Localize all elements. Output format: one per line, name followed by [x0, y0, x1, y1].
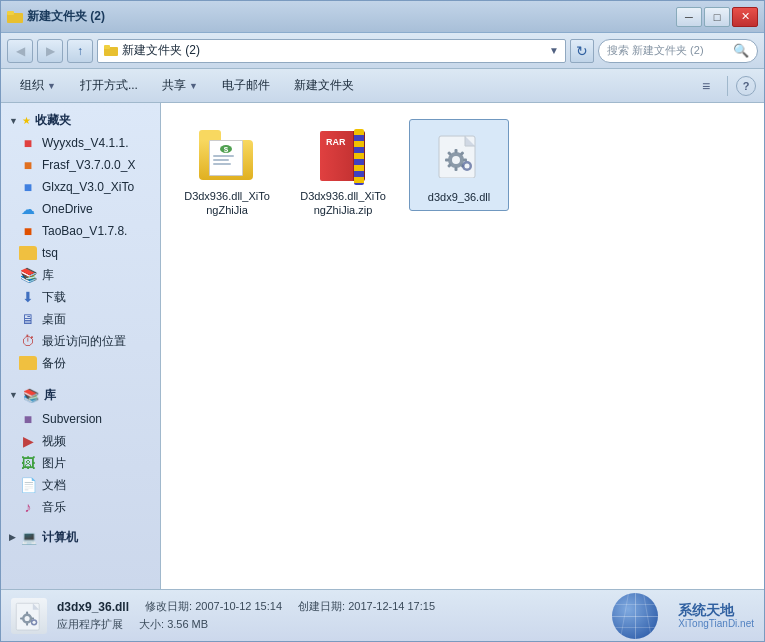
computer-triangle: ▶ [9, 532, 16, 542]
sidebar-item-glx[interactable]: ■ Glxzq_V3.0_XiTo [1, 176, 160, 198]
sidebar-item-tsq-label: tsq [42, 246, 58, 260]
sidebar-item-backup[interactable]: 备份 [1, 352, 160, 374]
refresh-button[interactable]: ↻ [570, 39, 594, 63]
sidebar-item-glx-label: Glxzq_V3.0_XiTo [42, 180, 134, 194]
library-icon: 📚 [22, 386, 40, 404]
favorites-label: 收藏夹 [35, 112, 71, 129]
forward-button[interactable]: ▶ [37, 39, 63, 63]
svg-point-9 [452, 156, 460, 164]
sidebar: ▼ ★ 收藏夹 ■ Wyyxds_V4.1.1. ■ Frasf_V3.7.0.… [1, 103, 161, 589]
sidebar-item-wyy[interactable]: ■ Wyyxds_V4.1.1. [1, 132, 160, 154]
watermark-line1: 系统天地 [678, 602, 754, 619]
sidebar-item-recent[interactable]: ⏱ 最近访问的位置 [1, 330, 160, 352]
title-bar-text: 新建文件夹 (2) [27, 8, 105, 25]
sidebar-item-doc[interactable]: 📄 文档 [1, 474, 160, 496]
svg-rect-24 [26, 611, 28, 614]
sidebar-item-ku[interactable]: 📚 库 [1, 264, 160, 286]
address-input-wrap[interactable]: 新建文件夹 (2) ▼ [97, 39, 566, 63]
file-name-folder: D3dx936.dll_XiTongZhiJia [183, 189, 271, 218]
sidebar-item-backup-label: 备份 [42, 355, 66, 372]
recent-icon: ⏱ [19, 332, 37, 350]
svg-rect-3 [104, 45, 110, 49]
back-button[interactable]: ◀ [7, 39, 33, 63]
email-button[interactable]: 电子邮件 [211, 73, 281, 99]
title-bar: 新建文件夹 (2) ─ □ ✕ [1, 1, 764, 33]
toolbar-right: ≡ ? [693, 75, 756, 97]
file-name-dll: d3dx9_36.dll [428, 190, 490, 204]
sidebar-item-download-label: 下载 [42, 289, 66, 306]
status-size: 大小: 3.56 MB [139, 617, 208, 632]
winrar-pipe-shape [354, 129, 364, 185]
file-item-folder[interactable]: $ D3dx936.dll_XiTongZhiJia [177, 119, 277, 224]
content-area: $ D3dx936.dll_XiTongZhiJia [161, 103, 764, 589]
sidebar-item-desktop[interactable]: 🖥 桌面 [1, 308, 160, 330]
address-bar: ◀ ▶ ↑ 新建文件夹 (2) ▼ ↻ 搜索 新建文件夹 (2) 🔍 [1, 33, 764, 69]
onedrive-icon: ☁ [19, 200, 37, 218]
backup-folder-icon [19, 356, 37, 370]
views-button[interactable]: ≡ [693, 75, 719, 97]
status-file-icon [11, 598, 47, 634]
file-item-dll[interactable]: d3dx9_36.dll [409, 119, 509, 211]
sidebar-item-download[interactable]: ⬇ 下载 [1, 286, 160, 308]
wyy-icon: ■ [19, 134, 37, 152]
sidebar-item-recent-label: 最近访问的位置 [42, 333, 126, 350]
sidebar-item-tsq[interactable]: tsq [1, 242, 160, 264]
minimize-button[interactable]: ─ [676, 7, 702, 27]
svg-rect-26 [20, 617, 23, 619]
sidebar-item-subversion-label: Subversion [42, 412, 102, 426]
computer-header[interactable]: ▶ 💻 计算机 [1, 524, 160, 550]
sidebar-item-frasf-label: Frasf_V3.7.0.0_X [42, 158, 135, 172]
gear-svg [437, 134, 481, 178]
sidebar-item-music[interactable]: ♪ 音乐 [1, 496, 160, 518]
file-item-zip[interactable]: RAR D3dx936.dll_XiTongZhiJia.zip [293, 119, 393, 224]
help-button[interactable]: ? [736, 76, 756, 96]
library-label: 库 [44, 387, 56, 404]
watermark-graphic [612, 593, 672, 639]
sidebar-item-video-label: 视频 [42, 433, 66, 450]
svg-rect-1 [7, 11, 14, 15]
library-header[interactable]: ▼ 📚 库 [1, 382, 160, 408]
status-info: d3dx9_36.dll 修改日期: 2007-10-12 15:14 创建日期… [57, 599, 435, 632]
share-button[interactable]: 共享 ▼ [151, 73, 209, 99]
sidebar-item-video[interactable]: ▶ 视频 [1, 430, 160, 452]
folder-address-icon [104, 45, 118, 57]
desktop-icon: 🖥 [19, 310, 37, 328]
library-triangle: ▼ [9, 390, 18, 400]
organize-button[interactable]: 组织 ▼ [9, 73, 67, 99]
download-icon: ⬇ [19, 288, 37, 306]
watermark-line2: XiTongTianDi.net [678, 618, 754, 629]
maximize-button[interactable]: □ [704, 7, 730, 27]
file-name-zip: D3dx936.dll_XiTongZhiJia.zip [299, 189, 387, 218]
dollar-sign: $ [220, 145, 232, 153]
sidebar-item-image[interactable]: 🖼 图片 [1, 452, 160, 474]
folder-with-doc-shape: $ [199, 130, 255, 180]
close-button[interactable]: ✕ [732, 7, 758, 27]
address-dropdown-arrow[interactable]: ▼ [549, 45, 559, 56]
status-modify: 修改日期: 2007-10-12 15:14 [145, 599, 282, 614]
status-filename: d3dx9_36.dll [57, 600, 129, 614]
sidebar-item-taobao[interactable]: ■ TaoBao_V1.7.8. [1, 220, 160, 242]
sidebar-item-frasf[interactable]: ■ Frasf_V3.7.0.0_X [1, 154, 160, 176]
svg-point-19 [465, 164, 470, 169]
watermark: 系统天地 XiTongTianDi.net [612, 593, 754, 639]
globe-shape [612, 593, 658, 639]
image-icon: 🖼 [19, 454, 37, 472]
ku-icon: 📚 [19, 266, 37, 284]
sidebar-item-onedrive[interactable]: ☁ OneDrive [1, 198, 160, 220]
search-wrap[interactable]: 搜索 新建文件夹 (2) 🔍 [598, 39, 758, 63]
organize-arrow: ▼ [47, 81, 56, 91]
sidebar-item-ku-label: 库 [42, 267, 54, 284]
favorites-triangle: ▼ [9, 116, 18, 126]
new-folder-button[interactable]: 新建文件夹 [283, 73, 365, 99]
up-button[interactable]: ↑ [67, 39, 93, 63]
svg-point-23 [25, 616, 30, 621]
title-bar-left: 新建文件夹 (2) [7, 8, 105, 25]
search-icon[interactable]: 🔍 [733, 43, 749, 58]
subversion-icon: ■ [19, 410, 37, 428]
sidebar-item-subversion[interactable]: ■ Subversion [1, 408, 160, 430]
share-arrow: ▼ [189, 81, 198, 91]
open-with-button[interactable]: 打开方式... [69, 73, 149, 99]
watermark-text-block: 系统天地 XiTongTianDi.net [678, 602, 754, 630]
search-placeholder: 搜索 新建文件夹 (2) [607, 43, 729, 58]
favorites-header[interactable]: ▼ ★ 收藏夹 [1, 109, 160, 132]
